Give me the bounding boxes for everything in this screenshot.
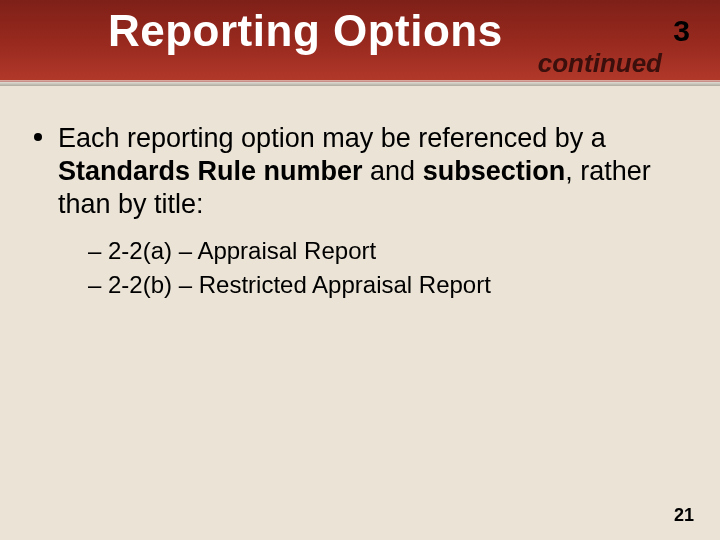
slide-header: Reporting Options 3 continued [0, 0, 720, 82]
bullet-text-bold1: Standards Rule number [58, 156, 363, 186]
bullet-icon [34, 133, 42, 141]
bullet-item: Each reporting option may be referenced … [28, 122, 692, 221]
page-number: 21 [674, 505, 694, 526]
section-number: 3 [673, 14, 690, 48]
slide-body: Each reporting option may be referenced … [0, 82, 720, 302]
header-divider [0, 80, 720, 86]
sub-bullet-list: – 2-2(a) – Appraisal Report – 2-2(b) – R… [28, 235, 692, 302]
sub-bullet-a: – 2-2(a) – Appraisal Report [88, 235, 692, 267]
continued-label: continued [538, 48, 662, 79]
bullet-text-lead: Each reporting option may be referenced … [58, 123, 606, 153]
slide-title: Reporting Options [108, 6, 503, 56]
bullet-text-mid: and [363, 156, 423, 186]
sub-bullet-b: – 2-2(b) – Restricted Appraisal Report [88, 269, 692, 301]
bullet-text-bold2: subsection [423, 156, 566, 186]
